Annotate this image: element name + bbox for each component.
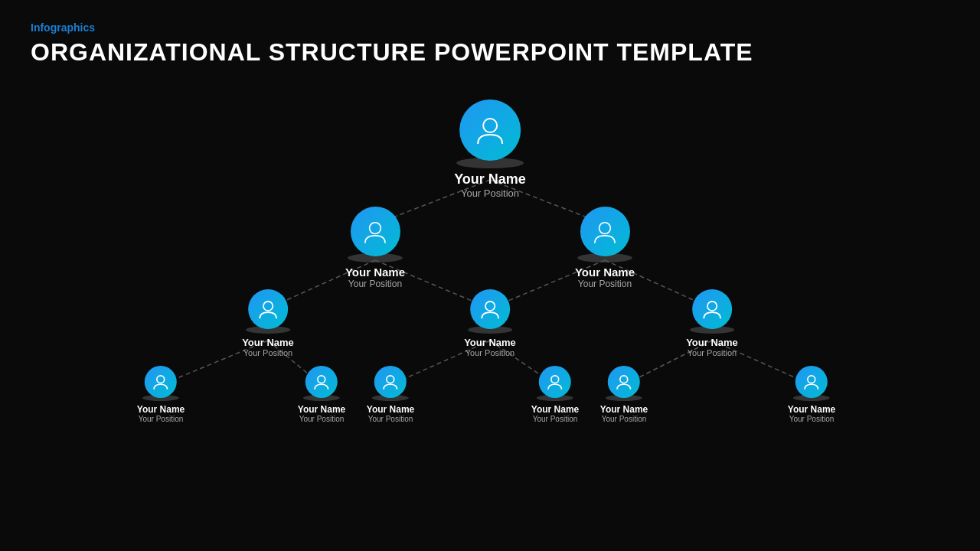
node-level4-3: Your Name Your Position bbox=[367, 366, 414, 423]
node-level4-4: Your Name Your Position bbox=[531, 366, 579, 423]
node-name-level2-left: Your Name bbox=[345, 266, 405, 279]
node-name-level3-left: Your Name bbox=[242, 337, 294, 348]
avatar-wrap-level4-2 bbox=[303, 366, 340, 401]
avatar-level3-right bbox=[692, 289, 732, 329]
svg-point-12 bbox=[483, 119, 497, 132]
person-icon bbox=[473, 113, 507, 147]
person-icon bbox=[591, 218, 619, 246]
node-level2-left: Your Name Your Position bbox=[345, 207, 405, 289]
svg-point-17 bbox=[707, 302, 717, 311]
person-icon bbox=[381, 373, 400, 391]
node-name-level4-6: Your Name bbox=[788, 404, 835, 415]
node-position-level4-2: Your Position bbox=[299, 415, 345, 423]
node-position-level4-6: Your Position bbox=[789, 415, 835, 423]
avatar-level3-center bbox=[470, 289, 510, 329]
svg-point-16 bbox=[485, 302, 495, 311]
avatar-wrap-level4-1 bbox=[142, 366, 179, 401]
svg-point-15 bbox=[263, 302, 273, 311]
main-title: ORGANIZATIONAL STRUCTURE POWERPOINT TEMP… bbox=[31, 38, 949, 67]
svg-point-21 bbox=[551, 376, 559, 383]
node-name-level4-5: Your Name bbox=[600, 404, 648, 415]
node-name-level4-2: Your Name bbox=[298, 404, 345, 415]
avatar-level4-2 bbox=[305, 366, 338, 398]
org-chart: Your Name Your Position Your Name Your P… bbox=[0, 99, 980, 551]
node-level4-6: Your Name Your Position bbox=[788, 366, 835, 423]
avatar-level3-left bbox=[248, 289, 288, 329]
avatar-wrap-level4-4 bbox=[537, 366, 573, 401]
svg-point-14 bbox=[599, 222, 611, 233]
node-name-level4-1: Your Name bbox=[137, 404, 185, 415]
svg-point-22 bbox=[620, 376, 628, 383]
svg-point-19 bbox=[318, 376, 325, 383]
avatar-wrap-level3-right bbox=[690, 289, 734, 334]
node-name-level4-4: Your Name bbox=[531, 404, 579, 415]
avatar-level4-1 bbox=[145, 366, 177, 398]
person-icon bbox=[546, 373, 564, 391]
node-position-level2-left: Your Position bbox=[348, 279, 402, 289]
person-icon bbox=[361, 218, 389, 246]
infographics-label: Infographics bbox=[31, 21, 949, 34]
avatar-level2-left bbox=[350, 207, 400, 256]
person-icon bbox=[701, 298, 724, 321]
node-name-level3-center: Your Name bbox=[464, 337, 516, 348]
node-level3-center: Your Name Your Position bbox=[464, 289, 516, 357]
avatar-wrap-level3-center bbox=[468, 289, 512, 334]
avatar-level4-3 bbox=[374, 366, 407, 398]
svg-point-18 bbox=[157, 376, 165, 383]
avatar-level2-right bbox=[580, 207, 629, 256]
node-position-level3-left: Your Position bbox=[243, 348, 292, 357]
node-level3-left: Your Name Your Position bbox=[242, 289, 294, 357]
node-position-level4-1: Your Position bbox=[139, 415, 184, 423]
avatar-wrap-level4-6 bbox=[793, 366, 830, 401]
node-level4-5: Your Name Your Position bbox=[600, 366, 648, 423]
person-icon bbox=[615, 373, 633, 391]
node-position-level1: Your Position bbox=[461, 187, 519, 199]
node-position-level3-center: Your Position bbox=[466, 348, 514, 357]
avatar-level4-5 bbox=[608, 366, 640, 398]
person-icon bbox=[479, 298, 501, 321]
svg-point-20 bbox=[387, 376, 394, 383]
avatar-wrap-level3-left bbox=[246, 289, 290, 334]
avatar-wrap-level1 bbox=[456, 99, 524, 168]
person-icon bbox=[312, 373, 331, 391]
avatar-level4-4 bbox=[539, 366, 571, 398]
node-level3-right: Your Name Your Position bbox=[686, 289, 738, 357]
svg-point-13 bbox=[370, 222, 381, 233]
person-icon bbox=[802, 373, 821, 391]
node-position-level4-4: Your Position bbox=[533, 415, 578, 423]
node-name-level4-3: Your Name bbox=[367, 404, 414, 415]
avatar-level1 bbox=[459, 99, 521, 161]
node-name-level3-right: Your Name bbox=[686, 337, 738, 348]
header: Infographics ORGANIZATIONAL STRUCTURE PO… bbox=[0, 0, 980, 74]
node-name-level2-right: Your Name bbox=[575, 266, 635, 279]
node-position-level4-3: Your Position bbox=[368, 415, 413, 423]
node-position-level3-right: Your Position bbox=[688, 348, 737, 357]
node-name-level1: Your Name bbox=[454, 171, 526, 187]
avatar-wrap-level4-5 bbox=[606, 366, 642, 401]
node-level1: Your Name Your Position bbox=[454, 99, 526, 199]
person-icon bbox=[256, 298, 279, 321]
svg-point-23 bbox=[808, 376, 815, 383]
avatar-wrap-level2-left bbox=[348, 207, 403, 262]
avatar-wrap-level4-3 bbox=[372, 366, 409, 401]
node-level4-1: Your Name Your Position bbox=[137, 366, 185, 423]
node-position-level4-5: Your Position bbox=[602, 415, 647, 423]
avatar-wrap-level2-right bbox=[577, 207, 632, 262]
node-position-level2-right: Your Position bbox=[578, 279, 632, 289]
avatar-level4-6 bbox=[795, 366, 828, 398]
person-icon bbox=[152, 373, 170, 391]
node-level2-right: Your Name Your Position bbox=[575, 207, 635, 289]
node-level4-2: Your Name Your Position bbox=[298, 366, 345, 423]
